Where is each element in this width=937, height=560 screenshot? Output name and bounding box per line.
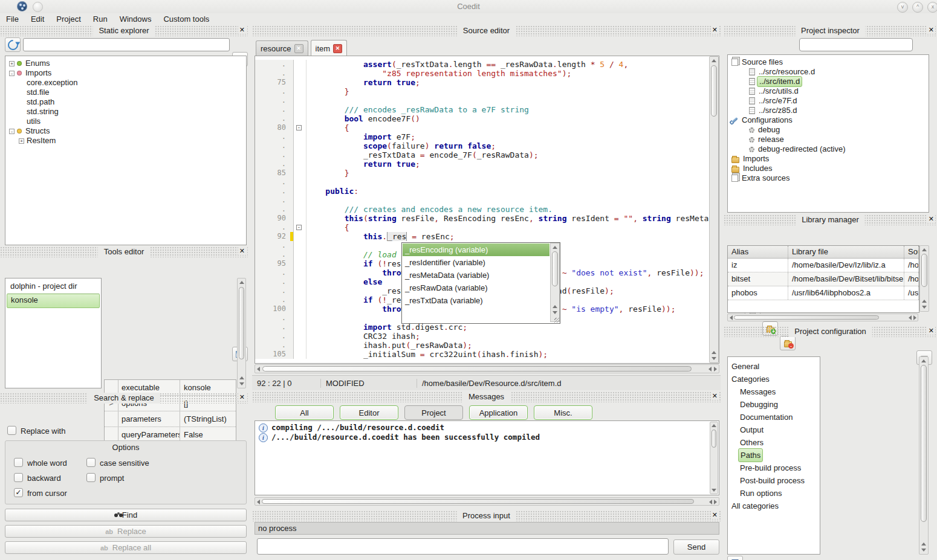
line-number[interactable]: .: [255, 141, 294, 150]
tools-list-item[interactable]: dolphin - project dir: [7, 280, 100, 294]
inspector-tree-item[interactable]: Imports: [731, 154, 929, 164]
filter-project[interactable]: Project: [404, 405, 463, 420]
expander-icon[interactable]: -: [9, 71, 15, 76]
library-hscrollbar[interactable]: [727, 314, 918, 321]
code-line[interactable]: 92 this._res = resEnc;: [255, 232, 708, 241]
line-number[interactable]: .: [255, 178, 294, 187]
property-row[interactable]: parameters(TStringList): [105, 411, 236, 427]
inspector-tree-item[interactable]: ../src/item.d: [731, 77, 929, 86]
replace-with-checkbox[interactable]: [7, 426, 16, 435]
menu-windows[interactable]: Windows: [114, 13, 158, 25]
menu-run[interactable]: Run: [87, 13, 114, 25]
inspector-tree-item[interactable]: ../src/utils.d: [731, 86, 929, 96]
code-line[interactable]: 75 return true;: [255, 78, 708, 87]
line-number[interactable]: .: [255, 295, 294, 304]
checkbox-prompt[interactable]: [86, 473, 96, 482]
filter-application[interactable]: Application: [469, 405, 528, 420]
config-category[interactable]: Others: [731, 436, 820, 449]
filter-editor[interactable]: Editor: [340, 405, 398, 420]
inspector-tree-item[interactable]: release: [731, 135, 929, 144]
line-number[interactable]: 95: [255, 259, 294, 268]
symbol-tree-item[interactable]: std.path: [9, 97, 246, 107]
property-expander[interactable]: [105, 411, 118, 426]
code-line[interactable]: . /// encodes _resRawData to a e7F strin…: [255, 105, 708, 114]
menu-custom-tools[interactable]: Custom tools: [157, 13, 215, 25]
close-icon[interactable]: ✕: [927, 327, 935, 335]
close-icon[interactable]: ✕: [711, 392, 719, 400]
symbol-tree-item[interactable]: +ResItem: [9, 136, 246, 146]
config-category[interactable]: Output: [731, 423, 820, 436]
completion-scrollbar[interactable]: [550, 243, 560, 322]
completion-item[interactable]: _resMetaData (variable): [403, 269, 550, 282]
messages-hscrollbar[interactable]: [255, 497, 719, 506]
inspector-tree-item[interactable]: debug-redirected (active): [731, 144, 929, 154]
line-number[interactable]: .: [255, 187, 294, 196]
line-number[interactable]: 80: [255, 123, 294, 132]
tools-list-item[interactable]: konsole: [7, 294, 100, 308]
code-line[interactable]: 80- {: [255, 123, 708, 132]
column-header-alias[interactable]: Alias: [728, 246, 788, 258]
line-number[interactable]: 85: [255, 169, 294, 178]
config-category[interactable]: Debugging: [731, 398, 820, 411]
close-icon[interactable]: ✕: [927, 215, 935, 223]
code-line[interactable]: . import e7F;: [255, 132, 708, 141]
filter-all[interactable]: All: [275, 405, 334, 420]
symbol-tree-item[interactable]: -Structs: [9, 126, 246, 136]
inspector-tree-item[interactable]: debug: [731, 125, 929, 135]
config-category[interactable]: Categories: [731, 373, 820, 385]
line-number[interactable]: 92: [255, 232, 294, 241]
code-line[interactable]: . ihash.put(_resRawData);: [255, 341, 708, 350]
line-number[interactable]: .: [255, 87, 294, 96]
config-category[interactable]: Run options: [731, 487, 820, 500]
fold-margin[interactable]: [294, 105, 306, 114]
close-icon[interactable]: ✕: [927, 26, 935, 34]
config-category[interactable]: Messages: [731, 385, 820, 398]
close-icon[interactable]: ✕: [238, 247, 246, 255]
fold-margin[interactable]: [294, 178, 306, 187]
symbol-filter-input[interactable]: [23, 38, 230, 51]
line-number[interactable]: .: [255, 114, 294, 123]
inspector-tree-item[interactable]: Includes: [731, 164, 929, 173]
line-number[interactable]: .: [255, 268, 294, 277]
message-line[interactable]: i/.../build/resource.d.coedit has been s…: [256, 433, 719, 442]
fold-icon[interactable]: -: [296, 125, 302, 130]
editor-vscrollbar[interactable]: [709, 56, 719, 363]
symbol-tree-item[interactable]: utils: [9, 117, 246, 126]
line-number[interactable]: 75: [255, 78, 294, 87]
expander-icon[interactable]: -: [9, 129, 15, 134]
fold-margin[interactable]: [294, 141, 306, 150]
fold-margin[interactable]: [294, 232, 306, 241]
code-line[interactable]: . CRC32 ihash;: [255, 332, 708, 341]
line-number[interactable]: .: [255, 314, 294, 323]
code-line[interactable]: 90 this(string resFile, ResEncoding resE…: [255, 214, 708, 223]
line-number[interactable]: .: [255, 159, 294, 169]
tab-close-icon[interactable]: ✕: [333, 44, 342, 53]
fold-margin[interactable]: -: [294, 223, 306, 232]
fold-margin[interactable]: [294, 350, 306, 359]
fold-margin[interactable]: [294, 150, 306, 159]
config-category[interactable]: Documentation: [731, 411, 820, 423]
line-number[interactable]: .: [255, 250, 294, 259]
line-number[interactable]: 90: [255, 214, 294, 223]
config-category[interactable]: General: [731, 360, 820, 373]
expander-icon[interactable]: +: [19, 138, 24, 144]
line-number[interactable]: .: [255, 277, 294, 286]
code-line[interactable]: 105 _initialSum = crc322uint(ihash.finis…: [255, 350, 708, 359]
code-line[interactable]: . assert(_resTxtData.length == _resRawDa…: [255, 60, 708, 69]
code-line[interactable]: . }: [255, 87, 708, 96]
line-number[interactable]: 100: [255, 304, 294, 314]
code-line[interactable]: .: [255, 196, 708, 205]
expander-icon[interactable]: +: [9, 61, 15, 66]
menu-project[interactable]: Project: [50, 13, 86, 25]
config-category[interactable]: Pre-build process: [731, 462, 820, 474]
close-icon[interactable]: ✕: [238, 393, 246, 401]
inspector-tree-item[interactable]: ../src/z85.d: [731, 106, 929, 115]
fold-margin[interactable]: [294, 323, 306, 332]
fold-margin[interactable]: [294, 114, 306, 123]
folder-remove-button[interactable]: -: [780, 336, 796, 350]
code-editor[interactable]: . assert(_resTxtData.length == _resRawDa…: [255, 56, 719, 364]
line-number[interactable]: .: [255, 60, 294, 69]
library-row[interactable]: iz/home/basile/Dev/Iz/lib/iz.a/ho: [728, 259, 919, 272]
symbol-tree-item[interactable]: core.exception: [9, 78, 246, 88]
code-line[interactable]: . return true;: [255, 159, 708, 169]
